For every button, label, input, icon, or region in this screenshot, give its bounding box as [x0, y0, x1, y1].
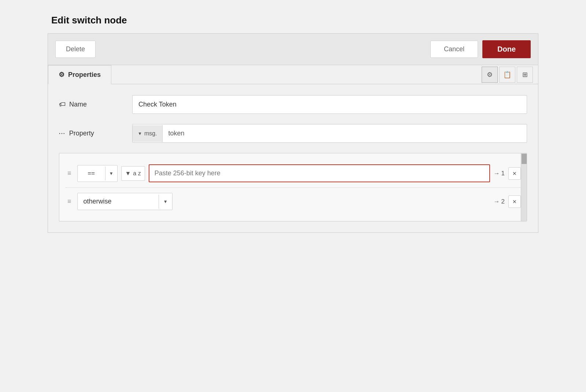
delete-button[interactable]: Delete: [55, 41, 96, 58]
scrollbar-track[interactable]: [521, 153, 527, 221]
rule-delete-1[interactable]: ✕: [508, 167, 521, 180]
tab-properties-label: Properties: [68, 71, 101, 79]
name-label-text: Name: [69, 101, 87, 108]
dots-icon: ···: [59, 131, 66, 137]
property-value-text: token: [163, 124, 527, 142]
rule-arrow-1: → 1: [494, 170, 505, 177]
rule-value-input-1[interactable]: [149, 164, 490, 182]
tab-icon-copy[interactable]: 📋: [499, 67, 515, 83]
otherwise-dropdown-arrow[interactable]: ▼: [159, 195, 172, 209]
cancel-button[interactable]: Cancel: [430, 41, 478, 58]
arrow-icon-1: →: [494, 170, 500, 177]
property-row: ··· Property ▼ msg. token: [59, 124, 527, 143]
dropdown-arrow-icon-2: ▼: [125, 170, 131, 177]
tabs-area: ⚙ Properties ⚙ 📋 ⊞ 🏷 Name ···: [48, 65, 538, 233]
rule-operator-value-1: ==: [78, 165, 105, 182]
tab-icon-grid[interactable]: ⊞: [517, 67, 533, 83]
property-label-text: Property: [69, 130, 94, 137]
tab-bar: ⚙ Properties ⚙ 📋 ⊞: [48, 65, 538, 84]
property-input-group: ▼ msg. token: [132, 124, 527, 143]
scrollbar-thumb[interactable]: [522, 154, 527, 164]
dialog-title: Edit switch node: [48, 7, 538, 33]
rule-type-text-1: a z: [133, 170, 141, 177]
rule-row-2: ≡ otherwise ▼ → 2 ✕: [65, 188, 521, 215]
rule-operator-dropdown-1[interactable]: ▼: [105, 167, 117, 180]
property-prefix-text: msg.: [144, 130, 157, 137]
name-label: 🏷 Name: [59, 101, 125, 108]
tab-properties[interactable]: ⚙ Properties: [48, 65, 111, 84]
done-button[interactable]: Done: [482, 40, 531, 58]
arrow-icon-2: →: [494, 198, 500, 205]
dialog-toolbar: Delete Cancel Done: [48, 33, 538, 65]
properties-content: 🏷 Name ··· Property ▼ msg. token: [48, 84, 538, 232]
otherwise-value-text: otherwise: [78, 193, 159, 210]
drag-handle-1[interactable]: ≡: [65, 168, 74, 179]
gear-icon: ⚙: [59, 71, 64, 79]
rule-row-1: ≡ == ▼ ▼ a z → 1 ✕: [65, 159, 521, 188]
tab-icons: ⚙ 📋 ⊞: [482, 67, 538, 83]
name-row: 🏷 Name: [59, 95, 527, 114]
tab-icon-gear[interactable]: ⚙: [482, 67, 498, 83]
property-label: ··· Property: [59, 130, 125, 137]
rules-container: ≡ == ▼ ▼ a z → 1 ✕: [59, 153, 527, 221]
rule-number-2: 2: [501, 198, 505, 205]
rule-arrow-2: → 2: [494, 198, 505, 205]
rule-type-prefix-1[interactable]: ▼ a z: [121, 166, 145, 181]
rule-operator-1: == ▼: [77, 165, 118, 182]
property-prefix-dropdown[interactable]: ▼ msg.: [133, 125, 163, 142]
drag-handle-2[interactable]: ≡: [65, 196, 74, 207]
tag-icon: 🏷: [59, 101, 66, 108]
otherwise-dropdown: otherwise ▼: [77, 193, 173, 210]
dropdown-arrow-icon: ▼: [138, 131, 142, 136]
rule-number-1: 1: [501, 170, 505, 177]
name-input[interactable]: [132, 95, 527, 114]
rule-delete-2[interactable]: ✕: [508, 195, 521, 208]
